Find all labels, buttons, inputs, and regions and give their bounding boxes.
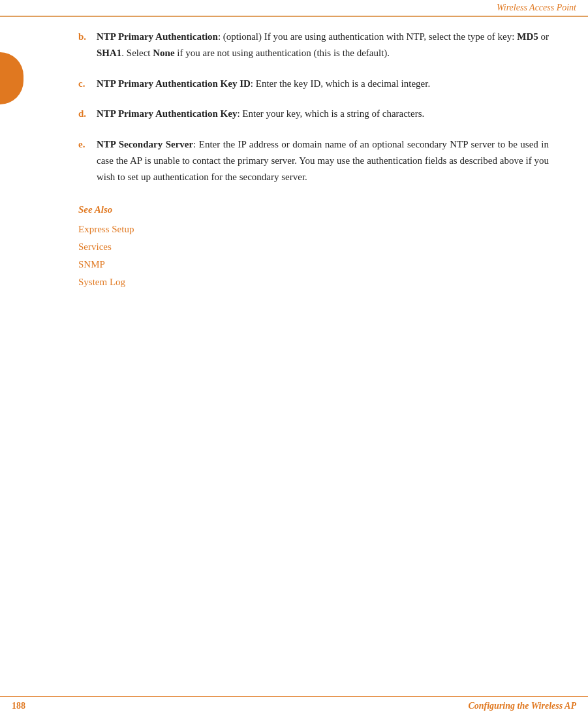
see-also-link-snmp[interactable]: SNMP xyxy=(78,256,549,273)
main-content: b. NTP Primary Authentication: (optional… xyxy=(0,17,588,311)
see-also-link-services[interactable]: Services xyxy=(78,238,549,256)
list-item-d: d. NTP Primary Authentication Key: Enter… xyxy=(78,106,549,122)
term-ntp-primary-auth-key-id: NTP Primary Authentication Key ID xyxy=(97,78,251,89)
list-content-c: NTP Primary Authentication Key ID: Enter… xyxy=(97,76,549,92)
list-item-e: e. NTP Secondary Server: Enter the IP ad… xyxy=(78,136,549,185)
footer-page-number: 188 xyxy=(12,701,25,711)
term-sha1: SHA1 xyxy=(97,48,121,58)
list-label-e: e. xyxy=(78,136,97,185)
header-title: Wireless Access Point xyxy=(497,3,576,13)
list-label-c: c. xyxy=(78,76,97,92)
term-ntp-primary-auth: NTP Primary Authentication xyxy=(97,31,218,42)
see-also-link-express-setup[interactable]: Express Setup xyxy=(78,221,549,238)
list-item-c: c. NTP Primary Authentication Key ID: En… xyxy=(78,76,549,92)
list-content-d: NTP Primary Authentication Key: Enter yo… xyxy=(97,106,549,122)
term-none: None xyxy=(153,48,174,58)
term-ntp-primary-auth-key: NTP Primary Authentication Key xyxy=(97,108,237,119)
term-md5: MD5 xyxy=(517,31,538,42)
list-label-d: d. xyxy=(78,106,97,122)
header-bar: Wireless Access Point xyxy=(0,0,588,17)
list-item-b: b. NTP Primary Authentication: (optional… xyxy=(78,29,549,61)
see-also-section: See Also Express Setup Services SNMP Sys… xyxy=(78,204,549,291)
list-label-b: b. xyxy=(78,29,97,61)
footer-right-text: Configuring the Wireless AP xyxy=(468,701,576,711)
see-also-title: See Also xyxy=(78,204,549,215)
list-content-e: NTP Secondary Server: Enter the IP addre… xyxy=(97,136,549,185)
page-container: Wireless Access Point b. NTP Primary Aut… xyxy=(0,0,588,727)
see-also-link-system-log[interactable]: System Log xyxy=(78,273,549,291)
footer: 188 Configuring the Wireless AP xyxy=(0,696,588,715)
term-ntp-secondary-server: NTP Secondary Server xyxy=(97,139,193,149)
list-content-b: NTP Primary Authentication: (optional) I… xyxy=(97,29,549,61)
